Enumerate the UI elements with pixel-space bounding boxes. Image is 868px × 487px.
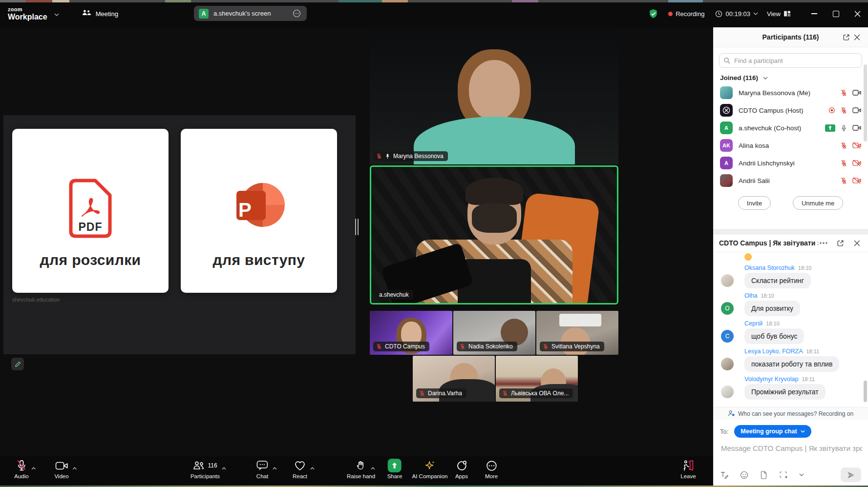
message-time: 18:11 <box>802 376 815 382</box>
chat-button[interactable]: Chat <box>256 460 268 479</box>
joined-section-header[interactable]: Joined (116) <box>713 70 868 84</box>
share-button[interactable]: Share <box>387 460 402 479</box>
participants-scrollbar[interactable] <box>864 64 867 142</box>
panel-resize-handle[interactable] <box>355 217 359 237</box>
chat-privacy-note[interactable]: Who can see your messages? Recording on <box>713 407 868 420</box>
participant-row[interactable]: A a.shevchuk (Co-host) <box>713 119 868 137</box>
participant-row[interactable]: CDTO Campus (Host) <box>713 101 868 119</box>
mic-muted-icon <box>840 160 847 167</box>
tab-more-icon[interactable] <box>291 8 302 19</box>
video-tile-lvivska-ova[interactable]: Львівська ОВА Оле... <box>496 356 578 402</box>
chevron-up-icon[interactable] <box>310 463 315 472</box>
chevron-up-icon[interactable] <box>31 463 36 472</box>
avatar <box>720 174 733 187</box>
message-bubble: Для розвитку <box>744 301 800 316</box>
ai-companion-button[interactable]: AI Companion <box>412 460 448 479</box>
video-tile-shevchuk-active-speaker[interactable]: a.shevchuk <box>370 165 618 304</box>
search-input[interactable] <box>719 53 862 68</box>
chat-message[interactable]: Oksana Storozhuk18:10 Скласти рейтинг <box>713 264 868 288</box>
recipient-selector[interactable]: Meeting group chat <box>734 425 811 438</box>
avatar: С <box>721 330 734 343</box>
send-button[interactable] <box>841 467 861 482</box>
chat-messages[interactable]: Oksana Storozhuk18:10 Скласти рейтинг Ol… <box>713 252 868 407</box>
chat-message[interactable]: Lesya Loyko, FORZA18:11 показати роботу … <box>713 348 868 372</box>
chevron-up-icon[interactable] <box>222 463 226 472</box>
message-author: Oksana Storozhuk <box>744 264 795 271</box>
more-button[interactable]: More <box>485 460 498 479</box>
chevron-up-icon[interactable] <box>273 463 277 472</box>
attach-file-icon[interactable] <box>760 471 767 479</box>
react-button[interactable]: React <box>293 460 307 479</box>
message-time: 18:10 <box>766 321 780 326</box>
workspace-chevron-down-icon[interactable] <box>54 9 59 18</box>
leave-button[interactable]: Leave <box>680 460 696 479</box>
pdf-badge-text: PDF <box>79 221 103 234</box>
close-panel-icon[interactable] <box>851 32 862 42</box>
chat-message[interactable]: Сергій18:10 С щоб був бонус <box>713 320 868 344</box>
video-button[interactable]: Video <box>54 460 68 479</box>
recording-active-icon <box>828 107 835 114</box>
camera-off-icon <box>852 177 861 184</box>
share-label: Share <box>387 473 402 479</box>
clock-icon <box>715 10 722 18</box>
meeting-timer[interactable]: 00:19:03 <box>715 10 758 18</box>
tab-shared-screen[interactable]: A a.shevchuk's screen <box>194 6 307 21</box>
chat-message[interactable]: Olha18:10 O Для розвитку <box>713 292 868 316</box>
shared-presentation-slide: PDF для розсилки P для виступу shevchuk.… <box>3 115 356 354</box>
tab-meeting[interactable]: Meeting <box>82 9 118 18</box>
chat-scrollbar[interactable] <box>864 381 867 402</box>
format-text-icon[interactable] <box>720 471 728 479</box>
screenshot-icon[interactable] <box>779 471 787 479</box>
chat-composer: To: Meeting group chat <box>713 420 868 487</box>
participant-video-name: Svitlana Vepshyna <box>551 343 600 350</box>
participant-name: Maryna Bessonova (Me) <box>739 89 834 97</box>
chevron-up-icon[interactable] <box>371 463 375 472</box>
chevron-down-icon[interactable] <box>799 473 804 476</box>
silhouette <box>466 178 523 205</box>
minimize-button[interactable] <box>804 0 825 27</box>
apps-button[interactable]: Apps <box>455 460 468 479</box>
tile-name-label: a.shevchuk <box>375 290 413 300</box>
view-button[interactable]: View <box>767 10 791 18</box>
participant-row[interactable]: AK Alina kosa <box>713 137 868 154</box>
recording-label: Recording <box>676 10 704 18</box>
heart-icon <box>294 461 306 471</box>
message-time: 18:11 <box>806 348 820 354</box>
participant-video-name: Maryna Bessonova <box>393 153 444 160</box>
participant-row[interactable]: Andrii Salii <box>713 172 868 189</box>
close-button[interactable] <box>847 0 868 27</box>
ppt-card-label: для виступу <box>181 252 337 268</box>
video-tile-maryna[interactable]: Maryna Bessonova <box>370 27 618 164</box>
close-panel-icon[interactable] <box>851 238 862 248</box>
chat-header: CDTO Campus | Як звітувати зр... <box>713 234 868 252</box>
participants-button[interactable]: 116 Participants <box>191 460 220 479</box>
video-tile-svitlana[interactable]: Svitlana Vepshyna <box>536 311 618 355</box>
video-tile-cdto[interactable]: CDTO Campus <box>370 311 452 355</box>
annotate-pencil-button[interactable] <box>11 358 24 370</box>
unmute-me-button[interactable]: Unmute me <box>793 196 843 210</box>
maximize-icon <box>833 11 839 17</box>
invite-button[interactable]: Invite <box>738 196 771 210</box>
maximize-button[interactable] <box>825 0 847 27</box>
raise-hand-button[interactable]: Raise hand <box>347 460 375 479</box>
video-tile-darina[interactable]: Darina.Varha <box>413 356 495 402</box>
leave-label: Leave <box>680 473 696 479</box>
security-shield-icon[interactable] <box>648 9 658 19</box>
audio-button[interactable]: Audio <box>14 460 28 479</box>
participant-name: Andrii Salii <box>739 177 834 184</box>
logo-zoom: zoom <box>8 7 47 12</box>
chevron-up-icon[interactable] <box>72 463 77 472</box>
recording-indicator[interactable]: Recording <box>668 10 704 18</box>
tile-name-label: Nadia Sokolenko <box>457 342 517 351</box>
video-tile-nadia[interactable]: Nadia Sokolenko <box>453 311 535 355</box>
popout-icon[interactable] <box>841 32 851 42</box>
chat-more-icon[interactable] <box>818 238 829 248</box>
participant-row[interactable]: Maryna Bessonova (Me) <box>713 84 868 101</box>
chat-message[interactable]: Volodymyr Kryvolap18:11 Проміжний резуль… <box>713 376 868 400</box>
emoji-icon[interactable] <box>740 471 748 479</box>
meeting-toolbar: Audio Video 116 Participants Chat <box>0 456 713 486</box>
participant-row[interactable]: A Andrii Lishchynskyi <box>713 154 868 172</box>
popout-icon[interactable] <box>835 238 846 248</box>
message-input[interactable] <box>720 444 863 453</box>
ppt-card: P для виступу <box>181 129 337 293</box>
